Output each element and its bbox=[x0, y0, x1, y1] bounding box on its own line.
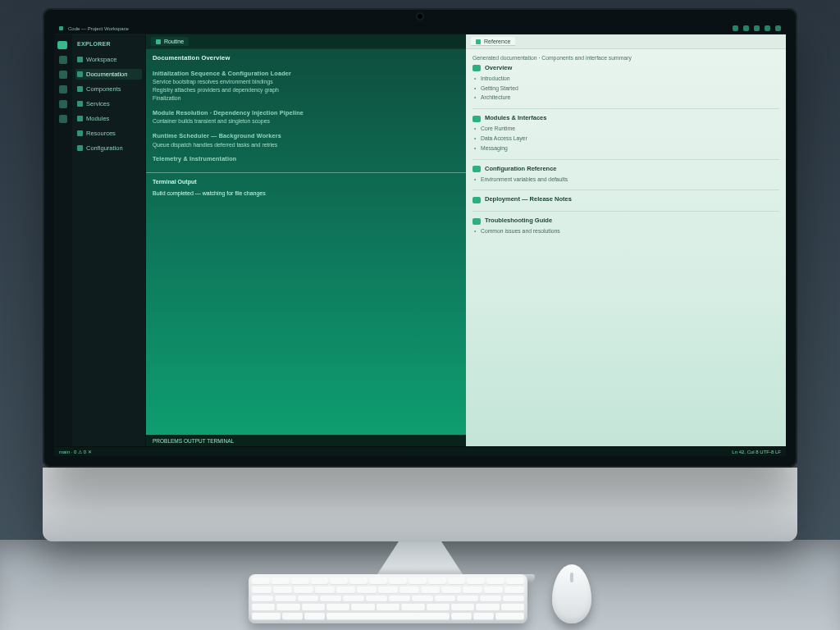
folder-icon bbox=[77, 101, 83, 107]
block-title: Initialization Sequence & Configuration … bbox=[153, 70, 459, 78]
section-badge-icon bbox=[472, 197, 481, 203]
debug-icon[interactable] bbox=[743, 25, 749, 31]
lower-heading: Terminal Output bbox=[153, 178, 459, 186]
doc-section: Deployment — Release Notes bbox=[472, 189, 779, 204]
doc-section: Troubleshooting Guide Common issues and … bbox=[472, 211, 779, 235]
sidebar-item[interactable]: Modules bbox=[75, 113, 142, 124]
left-tabbar: Routine bbox=[146, 34, 466, 49]
panel-divider[interactable] bbox=[146, 172, 466, 173]
code-block: Runtime Scheduler — Background Workers Q… bbox=[153, 132, 459, 148]
app-icon bbox=[59, 26, 63, 30]
doc-section: Overview Introduction Getting Started Ar… bbox=[472, 64, 779, 102]
lower-panel: Terminal Output Build completed — watchi… bbox=[153, 178, 459, 198]
status-bar: main · 0 ⚠ 0 ✕ Ln 42, Col 8 UTF-8 LF bbox=[54, 446, 786, 456]
list-item[interactable]: Messaging bbox=[472, 144, 779, 153]
webcam bbox=[418, 14, 422, 19]
right-subtitle: Generated documentation · Components and… bbox=[472, 54, 779, 62]
sidebar-item[interactable]: Resources bbox=[75, 128, 142, 139]
doc-section: Modules & Interfaces Core Runtime Data A… bbox=[472, 108, 779, 152]
code-line: Queue dispatch handles deferred tasks an… bbox=[153, 141, 459, 149]
left-heading: Documentation Overview bbox=[153, 54, 459, 63]
sidebar-item[interactable]: Configuration bbox=[75, 143, 142, 153]
sidebar-item-label: Configuration bbox=[86, 144, 123, 152]
folder-icon bbox=[77, 71, 83, 77]
block-title: Telemetry & Instrumentation bbox=[153, 155, 459, 163]
menubar-tray bbox=[733, 25, 781, 31]
bell-icon[interactable] bbox=[765, 25, 770, 31]
code-block: Initialization Sequence & Configuration … bbox=[153, 70, 459, 103]
folder-icon bbox=[77, 116, 83, 121]
editor-right-pane: Reference Generated documentation · Comp… bbox=[466, 34, 786, 446]
section-badge-icon bbox=[472, 116, 481, 122]
sidebar-item[interactable]: Workspace bbox=[75, 54, 142, 65]
folder-icon bbox=[77, 145, 83, 151]
settings-icon[interactable] bbox=[775, 25, 781, 31]
file-icon bbox=[156, 39, 161, 44]
section-title: Deployment — Release Notes bbox=[485, 195, 572, 204]
code-line: Container builds transient and singleton… bbox=[153, 117, 459, 126]
tab-label: Routine bbox=[164, 39, 184, 44]
tab-label: Reference bbox=[484, 39, 510, 44]
editor-left-pane: Routine Documentation Overview Initializ… bbox=[146, 34, 466, 446]
right-tabbar: Reference bbox=[466, 34, 786, 49]
extensions-icon[interactable] bbox=[754, 25, 760, 31]
status-position[interactable]: Ln 42, Col 8 UTF-8 LF bbox=[732, 450, 781, 454]
monitor-chin bbox=[43, 468, 797, 541]
section-title: Troubleshooting Guide bbox=[485, 217, 552, 226]
activity-extensions-icon[interactable] bbox=[59, 100, 67, 108]
block-title: Runtime Scheduler — Background Workers bbox=[153, 132, 459, 140]
left-tab[interactable]: Routine bbox=[151, 37, 189, 46]
terminal-tabs[interactable]: PROBLEMS OUTPUT TERMINAL bbox=[153, 438, 234, 444]
imac-monitor: Code — Project Workspace bbox=[43, 8, 797, 582]
display-bezel: Code — Project Workspace bbox=[43, 8, 797, 468]
screen: Code — Project Workspace bbox=[54, 23, 786, 456]
section-title: Modules & Interfaces bbox=[485, 114, 546, 123]
activity-scm-icon[interactable] bbox=[59, 71, 67, 79]
editor-split: Routine Documentation Overview Initializ… bbox=[146, 34, 786, 446]
right-tab[interactable]: Reference bbox=[471, 37, 515, 46]
activity-search-icon[interactable] bbox=[59, 56, 67, 64]
activity-explorer-icon[interactable] bbox=[59, 41, 67, 49]
sidebar-item-label: Services bbox=[86, 100, 110, 107]
folder-icon bbox=[77, 130, 83, 136]
folder-icon bbox=[77, 86, 83, 92]
status-branch[interactable]: main · 0 ⚠ 0 ✕ bbox=[59, 449, 92, 454]
doc-section: Configuration Reference Environment vari… bbox=[472, 159, 779, 184]
file-icon bbox=[476, 39, 481, 44]
sidebar-item[interactable]: Components bbox=[75, 84, 142, 94]
section-badge-icon bbox=[472, 166, 481, 172]
list-item[interactable]: Getting Started bbox=[472, 84, 779, 93]
sidebar-item-label: Resources bbox=[86, 130, 116, 137]
activity-bar bbox=[54, 34, 72, 446]
workspace: EXPLORER Workspace Documentation Compone… bbox=[54, 34, 786, 446]
sidebar-item-label: Documentation bbox=[86, 71, 127, 78]
sidebar-item[interactable]: Services bbox=[75, 98, 142, 109]
activity-debug-icon[interactable] bbox=[59, 85, 67, 94]
list-item[interactable]: Common issues and resolutions bbox=[472, 227, 779, 235]
keyboard bbox=[249, 574, 527, 623]
code-line: Registry attaches providers and dependen… bbox=[153, 86, 459, 94]
code-line: Service bootstrap resolves environment b… bbox=[153, 78, 459, 86]
sidebar-item-label: Workspace bbox=[86, 56, 116, 63]
list-item[interactable]: Data Access Layer bbox=[472, 135, 779, 143]
list-item[interactable]: Architecture bbox=[472, 94, 779, 102]
list-item[interactable]: Core Runtime bbox=[472, 125, 779, 133]
section-title: Overview bbox=[485, 64, 512, 73]
section-badge-icon bbox=[472, 218, 481, 225]
window-title: Code — Project Workspace bbox=[68, 26, 129, 31]
sidebar-item-label: Modules bbox=[86, 115, 109, 122]
list-item[interactable]: Environment variables and defaults bbox=[472, 176, 779, 184]
right-editor-content[interactable]: Generated documentation · Components and… bbox=[466, 49, 786, 446]
list-item[interactable]: Introduction bbox=[472, 75, 779, 83]
git-icon[interactable] bbox=[733, 25, 738, 31]
sidebar-explorer: EXPLORER Workspace Documentation Compone… bbox=[72, 34, 146, 446]
sidebar-item[interactable]: Documentation bbox=[75, 69, 142, 80]
lower-line: Build completed — watching for file chan… bbox=[153, 189, 459, 198]
left-editor-content[interactable]: Documentation Overview Initialization Se… bbox=[146, 49, 466, 435]
code-block: Module Resolution · Dependency Injection… bbox=[153, 109, 459, 126]
terminal-strip[interactable]: PROBLEMS OUTPUT TERMINAL bbox=[146, 435, 466, 446]
mouse bbox=[552, 564, 591, 623]
block-title: Module Resolution · Dependency Injection… bbox=[153, 109, 459, 117]
activity-account-icon[interactable] bbox=[59, 115, 67, 123]
section-badge-icon bbox=[472, 65, 481, 71]
